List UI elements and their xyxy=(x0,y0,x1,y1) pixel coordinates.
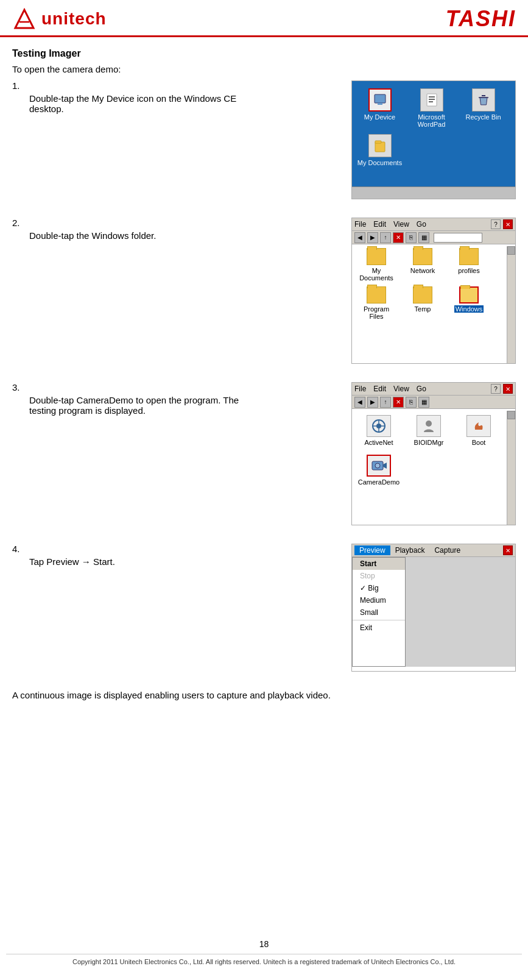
desktop-taskbar xyxy=(352,186,515,199)
step-2-row: 2. Double-tap the Windows folder. File E… xyxy=(12,218,516,364)
activenet-label: ActiveNet xyxy=(364,439,393,446)
forward-btn[interactable]: ▶ xyxy=(367,232,378,243)
preview-body: Start Stop ✓ Big Medium Small Exit xyxy=(352,557,515,667)
step-4-text-col: 4. Tap Preview → Start. xyxy=(12,544,264,672)
explorer1-scrollbar[interactable] xyxy=(507,246,515,363)
cam-delete-btn[interactable]: ✕ xyxy=(393,397,404,408)
desktop-icon-recyclebin: Recycle Bin xyxy=(460,88,506,128)
folder-network: Network xyxy=(402,248,443,282)
dropdown-exit[interactable]: Exit xyxy=(353,622,405,634)
dropdown-stop[interactable]: Stop xyxy=(353,570,405,582)
boot-icon xyxy=(466,415,491,437)
unitech-logo-icon xyxy=(12,7,37,31)
folder-profiles: profiles xyxy=(448,248,490,282)
step-1-desc: Double-tap the My Device icon on the Win… xyxy=(12,93,258,114)
back-btn[interactable]: ◀ xyxy=(354,232,365,243)
folder-temp: Temp xyxy=(402,286,443,320)
camera-close-button[interactable]: ✕ xyxy=(503,384,513,394)
step-1-row: 1. Double-tap the My Device icon on the … xyxy=(12,80,516,199)
icon-camerademo: CameraDemo xyxy=(358,455,400,486)
wordpad-label: Microsoft WordPad xyxy=(409,113,454,128)
dropdown-divider xyxy=(353,620,405,620)
mydocs-icon xyxy=(368,134,392,157)
camera-help-button[interactable]: ? xyxy=(491,384,501,394)
close-button[interactable]: ✕ xyxy=(503,219,513,229)
preview-content-area xyxy=(406,557,515,667)
page-footer: 18 Copyright 2011 Unitech Electronics Co… xyxy=(0,939,528,965)
view-btn[interactable]: ▦ xyxy=(418,232,429,243)
menu-file[interactable]: File xyxy=(354,220,366,229)
folder-mydocs-icon xyxy=(367,248,386,265)
recyclebin-label: Recycle Bin xyxy=(465,113,501,121)
menu-view[interactable]: View xyxy=(393,220,409,229)
step-4-row: 4. Tap Preview → Start. Preview Playback… xyxy=(12,544,516,672)
dropdown-start[interactable]: Start xyxy=(353,558,405,570)
cam-up-btn[interactable]: ↑ xyxy=(380,397,391,408)
page-number: 18 xyxy=(0,939,528,949)
svg-point-18 xyxy=(375,463,380,468)
menu-preview[interactable]: Preview xyxy=(354,545,390,555)
up-btn[interactable]: ↑ xyxy=(380,232,391,243)
screenshot-desktop: My Device Microsoft WordPad xyxy=(351,80,516,199)
address-bar[interactable] xyxy=(434,233,482,243)
scrollbar-thumb[interactable] xyxy=(507,246,515,255)
cam-forward-btn[interactable]: ▶ xyxy=(367,397,378,408)
menu-capture[interactable]: Capture xyxy=(429,545,465,555)
delete-btn[interactable]: ✕ xyxy=(393,232,404,243)
camera-scrollbar-thumb[interactable] xyxy=(507,411,515,419)
step-2-number: 2. xyxy=(12,218,20,228)
menu-edit[interactable]: Edit xyxy=(373,220,386,229)
folder-programfiles-label: Program Files xyxy=(356,305,397,320)
menu-go[interactable]: Go xyxy=(417,220,426,229)
folder-windows: Windows xyxy=(448,286,490,320)
menu-playback[interactable]: Playback xyxy=(390,545,430,555)
step-3-desc: Double-tap CameraDemo to open the progra… xyxy=(12,395,258,416)
step-4-desc: Tap Preview → Start. xyxy=(12,556,258,567)
mydevice-label: My Device xyxy=(364,113,395,121)
preview-dropdown: Start Stop ✓ Big Medium Small Exit xyxy=(352,557,406,667)
camera-menu-edit[interactable]: Edit xyxy=(373,385,386,393)
camera-menu-view[interactable]: View xyxy=(393,385,409,393)
step-2-desc: Double-tap the Windows folder. xyxy=(12,230,258,241)
step-4-number: 4. xyxy=(12,544,20,554)
dropdown-small[interactable]: Small xyxy=(353,606,405,619)
camera-menubar: File Edit View Go ? ✕ xyxy=(352,383,515,396)
folder-temp-icon xyxy=(413,286,432,304)
desktop-icon-wordpad: Microsoft WordPad xyxy=(409,88,454,128)
step-1-number: 1. xyxy=(12,80,20,91)
desktop-icon-mydevice: My Device xyxy=(357,88,403,128)
step-1-image-col: My Device Microsoft WordPad xyxy=(264,80,516,199)
camera-menu-go[interactable]: Go xyxy=(417,385,426,393)
help-button[interactable]: ? xyxy=(491,219,501,229)
svg-marker-17 xyxy=(383,463,387,469)
preview-close-button[interactable]: ✕ xyxy=(503,545,513,555)
cam-copy-btn[interactable]: ⎘ xyxy=(406,397,417,408)
folder-profiles-label: profiles xyxy=(458,267,479,274)
folder-mydocs: My Documents xyxy=(356,248,397,282)
cam-back-btn[interactable]: ◀ xyxy=(354,397,365,408)
step-4-image-col: Preview Playback Capture ✕ Start Stop ✓ … xyxy=(264,544,516,672)
copyright-text: Copyright 2011 Unitech Electronics Co., … xyxy=(6,954,522,965)
svg-rect-3 xyxy=(375,94,385,103)
desktop-icons: My Device Microsoft WordPad xyxy=(352,81,515,174)
svg-rect-10 xyxy=(375,141,381,143)
screenshot-camera: File Edit View Go ? ✕ ◀ ▶ ↑ ✕ ⎘ ▦ xyxy=(351,382,516,525)
folder-programfiles: Program Files xyxy=(356,286,397,320)
camera-scrollbar[interactable] xyxy=(507,411,515,525)
mydevice-icon xyxy=(368,88,392,112)
explorer1-icons: My Documents Network profiles xyxy=(352,244,515,324)
folder-windows-label: Windows xyxy=(454,305,484,313)
dropdown-medium[interactable]: Medium xyxy=(353,594,405,606)
dropdown-big[interactable]: ✓ Big xyxy=(353,582,405,594)
copy-btn[interactable]: ⎘ xyxy=(406,232,417,243)
boot-label: Boot xyxy=(472,439,486,446)
camerademo-label: CameraDemo xyxy=(358,478,400,486)
screenshot-explorer1: File Edit View Go ? ✕ ◀ ▶ ↑ ✕ ⎘ ▦ xyxy=(351,218,516,364)
svg-rect-5 xyxy=(427,94,437,106)
folder-network-label: Network xyxy=(410,267,435,274)
cam-view-btn[interactable]: ▦ xyxy=(418,397,429,408)
camera-menu-file[interactable]: File xyxy=(354,385,366,393)
step-3-row: 3. Double-tap CameraDemo to open the pro… xyxy=(12,382,516,525)
svg-point-15 xyxy=(426,421,432,427)
step-2-text-col: 2. Double-tap the Windows folder. xyxy=(12,218,264,364)
